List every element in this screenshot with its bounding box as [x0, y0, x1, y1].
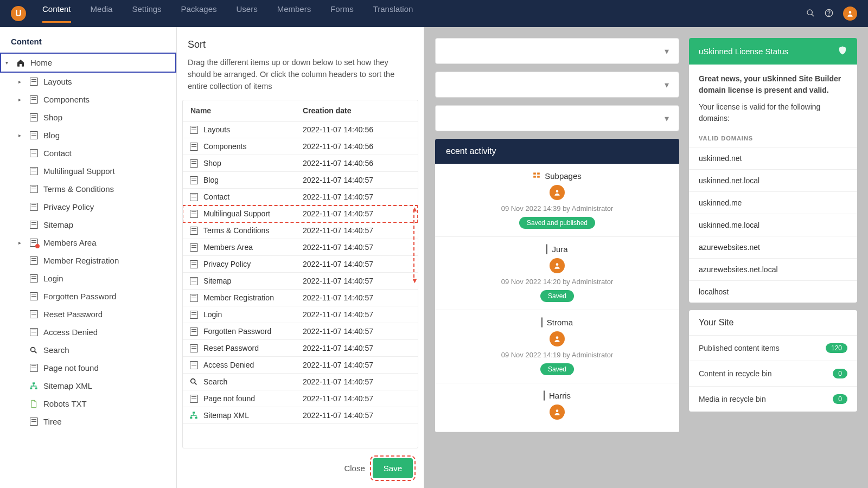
expand-icon[interactable]: ▸ [18, 132, 24, 138]
search-icon [189, 377, 198, 386]
expand-icon[interactable]: ▸ [18, 97, 24, 102]
tree-label: Search [43, 345, 69, 355]
sort-row-name: Members Area [203, 243, 253, 252]
sitemap-icon [29, 382, 38, 390]
sort-row-name: Components [203, 142, 246, 151]
tree-label: Components [43, 95, 90, 104]
doc-icon [29, 221, 38, 229]
tree-label: Home [30, 58, 52, 67]
tree-item[interactable]: Sitemap XML [12, 377, 176, 395]
tree-item[interactable]: ▸Blog [12, 126, 176, 144]
search-icon [29, 346, 38, 355]
nav-item-translation[interactable]: Translation [373, 4, 413, 23]
tree-label: Sitemap XML [43, 381, 92, 390]
sort-row[interactable]: Login2022-11-07 14:40:57 [183, 306, 418, 323]
tree-item[interactable]: Terms & Conditions [12, 180, 176, 198]
tree-item[interactable]: ▸Layouts [12, 73, 176, 91]
nav-item-forms[interactable]: Forms [330, 4, 354, 23]
sort-title: Sort [177, 27, 424, 57]
user-avatar[interactable] [843, 7, 857, 21]
column-header-date[interactable]: Creation date [303, 106, 411, 115]
sort-row[interactable]: Shop2022-11-07 14:40:56 [183, 155, 418, 172]
sort-row[interactable]: Access Denied2022-11-07 14:40:57 [183, 357, 418, 374]
tree-item[interactable]: Sitemap [12, 216, 176, 234]
tree-label: Page not found [43, 363, 99, 373]
app-logo[interactable]: U [11, 6, 26, 21]
nav-item-media[interactable]: Media [91, 4, 113, 23]
tree-label: Tiree [43, 417, 62, 426]
nav-item-settings[interactable]: Settings [132, 4, 161, 23]
tree-item[interactable]: Robots TXT [12, 395, 176, 413]
sort-description: Drag the different items up or down belo… [177, 57, 424, 100]
sort-row[interactable]: Multilingual Support2022-11-07 14:40:57 [183, 206, 418, 222]
expand-icon[interactable]: ▸ [18, 79, 24, 85]
search-icon[interactable] [806, 8, 815, 20]
svg-line-6 [35, 351, 37, 353]
close-button[interactable]: Close [344, 464, 365, 473]
file-icon [29, 400, 38, 408]
sort-row[interactable]: Sitemap2022-11-07 14:40:57 [183, 273, 418, 290]
sort-row-date: 2022-11-07 14:40:57 [303, 293, 411, 302]
tree-item[interactable]: Tiree [12, 413, 176, 431]
tree-item[interactable]: Shop [12, 108, 176, 126]
topbar: U ContentMediaSettingsPackagesUsersMembe… [0, 0, 868, 27]
tree-item[interactable]: Search [12, 341, 176, 359]
column-header-name[interactable]: Name [189, 106, 303, 115]
doc-icon [189, 293, 198, 302]
sort-row[interactable]: Member Registration2022-11-07 14:40:57 [183, 290, 418, 306]
nav-item-users[interactable]: Users [236, 4, 257, 23]
sort-row[interactable]: Components2022-11-07 14:40:56 [183, 138, 418, 155]
svg-rect-9 [35, 387, 37, 389]
tree-item[interactable]: Privacy Policy [12, 198, 176, 216]
help-icon[interactable] [825, 8, 833, 20]
svg-point-4 [849, 11, 852, 14]
sort-row[interactable]: Privacy Policy2022-11-07 14:40:57 [183, 256, 418, 273]
svg-line-19 [195, 383, 197, 385]
tree-item[interactable]: ▸Members Area [12, 234, 176, 252]
svg-point-0 [807, 10, 812, 15]
sort-row[interactable]: Blog2022-11-07 14:40:57 [183, 172, 418, 189]
sort-row[interactable]: Layouts2022-11-07 14:40:56 [183, 121, 418, 138]
tree-item[interactable]: Login [12, 269, 176, 287]
sort-row-date: 2022-11-07 14:40:57 [303, 192, 411, 201]
sort-row[interactable]: Members Area2022-11-07 14:40:57 [183, 239, 418, 256]
tree-item[interactable]: Forgotten Password [12, 287, 176, 305]
tree-item[interactable]: Member Registration [12, 252, 176, 269]
sort-row-date: 2022-11-07 14:40:57 [303, 209, 411, 218]
svg-rect-22 [195, 417, 197, 419]
sort-row-name: Contact [203, 192, 229, 201]
tree-item[interactable]: ▾Home [0, 53, 176, 73]
nav-item-packages[interactable]: Packages [181, 4, 217, 23]
sort-row[interactable]: Page not found2022-11-07 14:40:57 [183, 390, 418, 407]
sort-row[interactable]: Contact2022-11-07 14:40:57 [183, 189, 418, 206]
sort-row[interactable]: Reset Password2022-11-07 14:40:57 [183, 340, 418, 357]
doc-icon [29, 95, 38, 104]
tree-item[interactable]: Multilingual Support [12, 162, 176, 180]
expand-icon[interactable]: ▾ [5, 60, 11, 66]
doc-icon [189, 226, 198, 235]
sort-row[interactable]: Search2022-11-07 14:40:57 [183, 374, 418, 390]
tree-item[interactable]: Access Denied [12, 323, 176, 341]
tree-item[interactable]: Reset Password [12, 305, 176, 323]
nav-item-members[interactable]: Members [277, 4, 311, 23]
sort-row-name: Sitemap XML [203, 411, 249, 420]
save-button[interactable]: Save [373, 458, 413, 478]
sort-row-name: Login [203, 310, 222, 319]
svg-rect-20 [193, 412, 195, 414]
doc-icon [29, 131, 38, 140]
sort-row[interactable]: Sitemap XML2022-11-07 14:40:57 [183, 407, 418, 424]
sort-row-date: 2022-11-07 14:40:57 [303, 361, 411, 369]
tree-item[interactable]: Contact [12, 144, 176, 162]
nav-item-content[interactable]: Content [42, 4, 71, 23]
home-icon [16, 59, 25, 67]
sort-row-name: Blog [203, 176, 219, 184]
tree-item[interactable]: ▸Components [12, 91, 176, 108]
sort-row[interactable]: Forgotten Password2022-11-07 14:40:57 [183, 323, 418, 340]
expand-icon[interactable]: ▸ [18, 240, 24, 246]
tree-item[interactable]: Page not found [12, 359, 176, 377]
doc-icon [29, 418, 38, 426]
doc-icon [29, 113, 38, 122]
sort-row-date: 2022-11-07 14:40:57 [303, 176, 411, 184]
sort-row[interactable]: Terms & Conditions2022-11-07 14:40:57 [183, 222, 418, 239]
sort-row-date: 2022-11-07 14:40:57 [303, 260, 411, 268]
